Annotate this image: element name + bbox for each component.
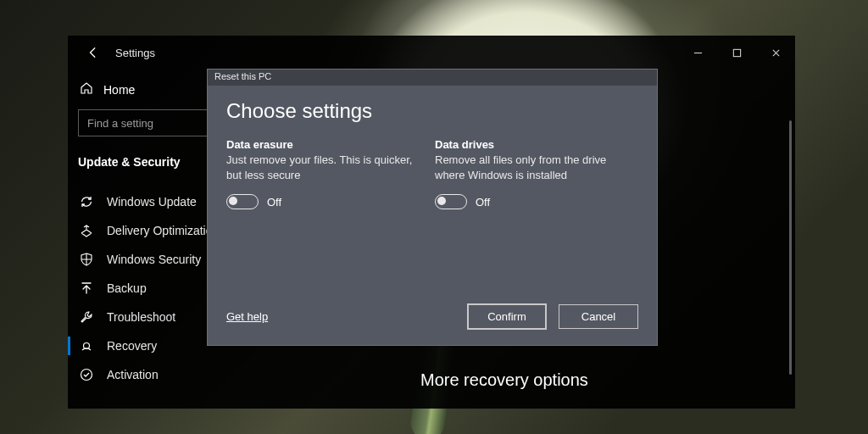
sidebar-item-label: Windows Update bbox=[107, 195, 197, 209]
svg-rect-1 bbox=[733, 49, 740, 56]
sidebar-home-label: Home bbox=[103, 83, 135, 97]
scrollbar[interactable] bbox=[789, 120, 792, 375]
sidebar-item-label: Windows Security bbox=[107, 253, 201, 266]
option-data-erasure: Data erasure Just remove your files. Thi… bbox=[226, 138, 430, 209]
recovery-icon bbox=[80, 339, 93, 353]
delivery-icon bbox=[80, 224, 93, 237]
option-data-drives: Data drives Remove all files only from t… bbox=[435, 138, 638, 209]
option-description: Remove all files only from the drive whe… bbox=[435, 153, 638, 182]
sidebar-item-label: Recovery bbox=[107, 339, 157, 353]
option-title: Data erasure bbox=[226, 138, 430, 151]
shield-icon bbox=[80, 253, 93, 266]
option-title: Data drives bbox=[435, 138, 638, 151]
more-recovery-heading: More recovery options bbox=[420, 370, 588, 390]
back-arrow-icon bbox=[87, 47, 99, 58]
toggle-knob bbox=[229, 197, 237, 205]
back-button[interactable] bbox=[83, 47, 103, 58]
minimize-icon bbox=[693, 48, 703, 58]
sidebar-item-label: Activation bbox=[107, 368, 159, 381]
cancel-button[interactable]: Cancel bbox=[559, 304, 638, 329]
sidebar-item-label: Backup bbox=[107, 281, 147, 295]
activation-icon bbox=[80, 368, 93, 381]
home-icon bbox=[80, 81, 93, 97]
close-button[interactable] bbox=[756, 36, 795, 70]
close-icon bbox=[771, 48, 781, 58]
toggle-data-drives[interactable] bbox=[435, 194, 467, 209]
sidebar-item-label: Troubleshoot bbox=[107, 310, 175, 324]
wrench-icon bbox=[80, 310, 93, 324]
minimize-button[interactable] bbox=[678, 36, 717, 70]
sidebar-item-label: Delivery Optimization bbox=[107, 224, 219, 237]
reset-dialog: Reset this PC Choose settings Data erasu… bbox=[207, 69, 658, 346]
get-help-link[interactable]: Get help bbox=[226, 310, 268, 323]
sync-icon bbox=[80, 195, 93, 209]
toggle-state-label: Off bbox=[476, 196, 490, 209]
confirm-button[interactable]: Confirm bbox=[467, 303, 547, 330]
sidebar-item-activation[interactable]: Activation bbox=[78, 360, 253, 389]
toggle-knob bbox=[437, 197, 446, 205]
option-description: Just remove your files. This is quicker,… bbox=[226, 153, 430, 182]
dialog-heading: Choose settings bbox=[226, 99, 638, 123]
toggle-state-label: Off bbox=[267, 196, 281, 209]
maximize-button[interactable] bbox=[717, 36, 756, 70]
dialog-titlebar: Reset this PC bbox=[208, 70, 657, 86]
maximize-icon bbox=[732, 48, 742, 58]
toggle-data-erasure[interactable] bbox=[226, 194, 259, 209]
window-title: Settings bbox=[115, 47, 155, 59]
window-titlebar: Settings bbox=[68, 36, 795, 70]
svg-point-3 bbox=[81, 370, 92, 381]
backup-icon bbox=[80, 281, 93, 295]
